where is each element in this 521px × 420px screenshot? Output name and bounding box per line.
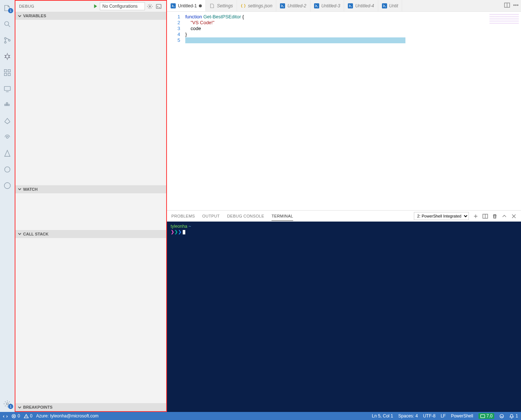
sidebar-title: DEBUG [19, 4, 92, 8]
line-gutter: 12345 [167, 12, 185, 210]
chevron-down-icon [18, 14, 22, 18]
remote-icon[interactable] [3, 84, 12, 93]
callstack-section-header[interactable]: CALL STACK [15, 230, 166, 238]
azure-icon[interactable] [3, 149, 12, 158]
app-icon[interactable] [3, 165, 12, 174]
line-number: 4 [167, 32, 180, 37]
remote-indicator[interactable] [3, 414, 8, 419]
settings-gear-icon[interactable]: 1 [3, 399, 12, 408]
svg-point-17 [6, 403, 8, 405]
panel-tab-problems[interactable]: PROBLEMS [171, 212, 195, 220]
start-debug-button[interactable] [92, 3, 99, 10]
editor-tab[interactable]: Untitled-3 [310, 0, 344, 11]
line-number: 1 [167, 14, 180, 20]
svg-point-15 [5, 167, 10, 172]
chevron-down-icon [18, 405, 22, 409]
share-icon[interactable] [3, 117, 12, 125]
svg-rect-5 [4, 70, 7, 72]
warning-count[interactable]: 0 [24, 413, 33, 419]
extensions-icon[interactable] [3, 68, 12, 77]
new-terminal-icon[interactable] [473, 213, 478, 219]
kill-terminal-icon[interactable] [492, 213, 498, 219]
indentation[interactable]: Spaces: 4 [398, 413, 418, 419]
svg-rect-9 [4, 87, 11, 91]
tab-label: Untitled-4 [355, 3, 374, 8]
svg-point-32 [500, 414, 504, 418]
source-control-icon[interactable] [3, 36, 12, 45]
tab-label: Untitled-1 [178, 3, 197, 8]
powershell-file-icon [348, 3, 353, 8]
feedback-icon[interactable] [499, 414, 504, 419]
svg-point-1 [4, 37, 6, 39]
notifications-icon[interactable]: 1 [509, 413, 518, 419]
svg-rect-6 [8, 70, 10, 72]
close-panel-icon[interactable] [511, 213, 517, 219]
tab-label: settings.json [248, 3, 273, 8]
more-actions-icon[interactable] [513, 2, 519, 10]
svg-rect-11 [6, 104, 8, 106]
panel-tab-output[interactable]: OUTPUT [202, 212, 220, 220]
debug-icon[interactable] [3, 52, 12, 61]
encoding[interactable]: UTF-8 [423, 413, 436, 419]
powershell-file-icon [382, 3, 387, 8]
chevron-down-icon [18, 187, 22, 191]
svg-rect-10 [5, 104, 6, 106]
minimap[interactable] [489, 14, 519, 25]
language-mode[interactable]: PowerShell [451, 413, 473, 419]
debug-settings-button[interactable] [146, 2, 154, 10]
svg-rect-19 [156, 4, 161, 8]
explorer-icon[interactable]: 1 [3, 4, 12, 12]
status-bar: 0 0 Azure: tyleonha@microsoft.com Ln 5, … [0, 412, 521, 420]
tab-label: Untitled-2 [287, 3, 306, 8]
svg-point-26 [514, 4, 515, 6]
settings-badge: 1 [8, 404, 13, 409]
activity-bar: 1 1 [0, 0, 15, 412]
editor-tab[interactable]: Untit [378, 0, 402, 11]
docker-icon[interactable] [3, 101, 12, 109]
split-editor-icon[interactable] [504, 2, 510, 10]
watch-body [15, 193, 166, 230]
search-icon[interactable] [3, 20, 12, 29]
svg-point-16 [4, 183, 11, 189]
eol[interactable]: LF [441, 413, 446, 419]
azure-account[interactable]: Azure: tyleonha@microsoft.com [36, 413, 98, 419]
panel-tab-debug-console[interactable]: DEBUG CONSOLE [227, 212, 264, 220]
panel-tab-terminal[interactable]: TERMINAL [272, 212, 293, 221]
svg-rect-31 [480, 414, 484, 417]
line-number: 3 [167, 26, 180, 32]
github-icon[interactable] [3, 181, 12, 190]
svg-rect-12 [8, 104, 10, 106]
debug-config-select[interactable]: No Configurations [100, 2, 145, 10]
powershell-version[interactable]: 7.0 [478, 413, 495, 419]
svg-point-4 [6, 55, 9, 58]
variables-section-header[interactable]: VARIABLES [15, 12, 166, 20]
svg-point-28 [517, 4, 518, 6]
maximize-panel-icon[interactable] [501, 213, 507, 219]
powershell-file-icon [280, 3, 285, 8]
svg-rect-8 [8, 73, 10, 76]
breakpoints-section-header[interactable]: BREAKPOINTS [15, 403, 166, 411]
error-count[interactable]: 0 [11, 413, 20, 419]
editor-tab[interactable]: Settings [206, 0, 237, 11]
live-icon[interactable] [3, 133, 12, 142]
watch-section-header[interactable]: WATCH [15, 185, 166, 193]
editor-group: Untitled-1Settingssettings.jsonUntitled-… [167, 0, 521, 412]
terminal-body[interactable]: tyleonha ~ ❯❯❯ [167, 222, 521, 412]
editor-tab[interactable]: settings.json [237, 0, 277, 11]
breakpoints-label: BREAKPOINTS [23, 405, 52, 409]
split-terminal-icon[interactable] [482, 213, 488, 219]
callstack-body [15, 238, 166, 403]
bottom-panel: PROBLEMS OUTPUT DEBUG CONSOLE TERMINAL 2… [167, 210, 521, 412]
debug-console-button[interactable] [154, 2, 163, 10]
cursor-position[interactable]: Ln 5, Col 1 [372, 413, 393, 419]
editor-tab[interactable]: Untitled-4 [344, 0, 378, 11]
terminal-selector[interactable]: 2: PowerShell Integrated Con [414, 212, 469, 220]
code-editor[interactable]: 12345 function Get-BestPSEditor { "VS Co… [167, 12, 521, 210]
tab-bar: Untitled-1Settingssettings.jsonUntitled-… [167, 0, 521, 12]
terminal-cursor [183, 230, 185, 234]
watch-label: WATCH [23, 187, 38, 191]
callstack-label: CALL STACK [23, 232, 48, 236]
code-area[interactable]: function Get-BestPSEditor { "VS Code!" c… [185, 12, 521, 210]
editor-tab[interactable]: Untitled-1 [167, 0, 206, 11]
editor-tab[interactable]: Untitled-2 [276, 0, 310, 11]
